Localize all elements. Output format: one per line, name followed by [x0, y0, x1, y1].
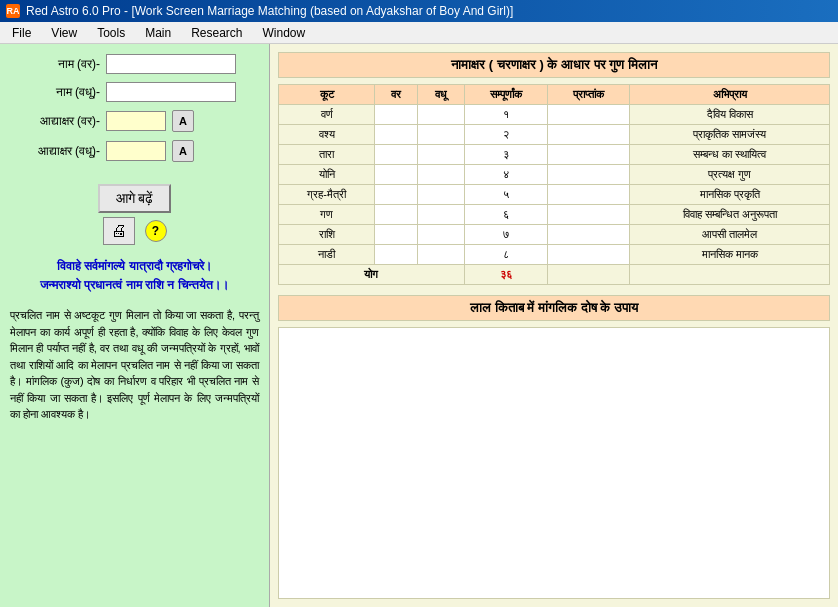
- menu-tools[interactable]: Tools: [89, 24, 133, 42]
- title-bar: RA Red Astro 6.0 Pro - [Work Screen Marr…: [0, 0, 838, 22]
- menu-bar: File View Tools Main Research Window: [0, 22, 838, 44]
- cell-vadhu: [418, 225, 465, 245]
- menu-file[interactable]: File: [4, 24, 39, 42]
- cell-vadhu: [418, 145, 465, 165]
- cell-abhipray: सम्बन्ध का स्थायित्व: [630, 145, 830, 165]
- cell-var: [375, 245, 418, 265]
- cell-vadhu: [418, 245, 465, 265]
- col-koot: कूट: [279, 85, 375, 105]
- cell-sampurnak: ६: [464, 205, 548, 225]
- cell-abhipray: प्रत्यक्ष गुण: [630, 165, 830, 185]
- cell-var: [375, 205, 418, 225]
- title-text: Red Astro 6.0 Pro - [Work Screen Marriag…: [26, 4, 513, 18]
- cell-sampurnak: ५: [464, 185, 548, 205]
- cell-praptank: [548, 105, 630, 125]
- cell-sampurnak: २: [464, 125, 548, 145]
- cell-var: [375, 145, 418, 165]
- cell-sampurnak: ४: [464, 165, 548, 185]
- adyakshar-vadhu-input[interactable]: [106, 141, 166, 161]
- cell-koot: वश्य: [279, 125, 375, 145]
- table-row: वश्य २ प्राकृतिक सामजंस्य: [279, 125, 830, 145]
- col-praptank: प्राप्तांक: [548, 85, 630, 105]
- menu-view[interactable]: View: [43, 24, 85, 42]
- main-title: नामाक्षर ( चरणाक्षर ) के आधार पर गुण मिल…: [278, 52, 830, 78]
- cell-praptank: [548, 125, 630, 145]
- menu-research[interactable]: Research: [183, 24, 250, 42]
- adyakshar-var-label: आद्याक्षर (वर)-: [10, 114, 100, 128]
- total-value: ३६: [464, 265, 548, 285]
- verse-block: विवाहे सर्वमांगल्ये यात्रादौ ग्रहगोचरे। …: [10, 257, 259, 295]
- total-blank: [548, 265, 630, 285]
- cell-var: [375, 105, 418, 125]
- name-var-input[interactable]: [106, 54, 236, 74]
- cell-koot: ग्रह-मैत्री: [279, 185, 375, 205]
- cell-var: [375, 225, 418, 245]
- total-row: योग ३६: [279, 265, 830, 285]
- lalkitab-content-area: [278, 327, 830, 599]
- menu-main[interactable]: Main: [137, 24, 179, 42]
- name-var-row: नाम (वर)-: [10, 54, 259, 74]
- menu-window[interactable]: Window: [255, 24, 314, 42]
- cell-abhipray: मानसिक प्रकृति: [630, 185, 830, 205]
- adyakshar-var-row: आद्याक्षर (वर)- A: [10, 110, 259, 132]
- total-label: योग: [279, 265, 465, 285]
- adyakshar-vadhu-row: आद्याक्षर (वधू)- A: [10, 140, 259, 162]
- table-row: गण ६ विवाह सम्बन्धित अनुरूपता: [279, 205, 830, 225]
- col-sampurnak: सम्पूर्णांक: [464, 85, 548, 105]
- cell-praptank: [548, 145, 630, 165]
- help-icon[interactable]: ?: [145, 220, 167, 242]
- name-vadhu-input[interactable]: [106, 82, 236, 102]
- guna-table: कूट वर वधू सम्पूर्णांक प्राप्तांक अभिप्र…: [278, 84, 830, 285]
- right-panel: नामाक्षर ( चरणाक्षर ) के आधार पर गुण मिल…: [270, 44, 838, 607]
- table-row: योनि ४ प्रत्यक्ष गुण: [279, 165, 830, 185]
- adyakshar-var-input[interactable]: [106, 111, 166, 131]
- cell-abhipray: प्राकृतिक सामजंस्य: [630, 125, 830, 145]
- cell-sampurnak: ७: [464, 225, 548, 245]
- lalkitab-title: लाल किताब में मांगलिक दोष के उपाय: [278, 295, 830, 321]
- cell-sampurnak: १: [464, 105, 548, 125]
- left-panel: नाम (वर)- नाम (वधू)- आद्याक्षर (वर)- A आ…: [0, 44, 270, 607]
- cell-koot: योनि: [279, 165, 375, 185]
- cell-var: [375, 185, 418, 205]
- cell-sampurnak: ८: [464, 245, 548, 265]
- print-icon[interactable]: 🖨: [103, 217, 135, 245]
- total-blank2: [630, 265, 830, 285]
- cell-abhipray: दैविय विकास: [630, 105, 830, 125]
- adyakshar-vadhu-btn[interactable]: A: [172, 140, 194, 162]
- name-vadhu-row: नाम (वधू)-: [10, 82, 259, 102]
- cell-praptank: [548, 225, 630, 245]
- cell-praptank: [548, 205, 630, 225]
- table-row: राशि ७ आपसी तालमेल: [279, 225, 830, 245]
- cell-vadhu: [418, 205, 465, 225]
- adyakshar-vadhu-label: आद्याक्षर (वधू)-: [10, 144, 100, 158]
- table-row: वर्ण १ दैविय विकास: [279, 105, 830, 125]
- col-var: वर: [375, 85, 418, 105]
- app-icon: RA: [6, 4, 20, 18]
- cell-abhipray: आपसी तालमेल: [630, 225, 830, 245]
- table-row: ग्रह-मैत्री ५ मानसिक प्रकृति: [279, 185, 830, 205]
- cell-abhipray: विवाह सम्बन्धित अनुरूपता: [630, 205, 830, 225]
- description-text: प्रचलित नाम से अष्टकूट गुण मिलान तो किया…: [10, 307, 259, 423]
- cell-abhipray: मानसिक मानक: [630, 245, 830, 265]
- cell-praptank: [548, 165, 630, 185]
- name-vadhu-label: नाम (वधू)-: [10, 85, 100, 99]
- name-var-label: नाम (वर)-: [10, 57, 100, 71]
- cell-koot: वर्ण: [279, 105, 375, 125]
- main-content: नाम (वर)- नाम (वधू)- आद्याक्षर (वर)- A आ…: [0, 44, 838, 607]
- cell-var: [375, 165, 418, 185]
- adyakshar-var-btn[interactable]: A: [172, 110, 194, 132]
- col-vadhu: वधू: [418, 85, 465, 105]
- cell-sampurnak: ३: [464, 145, 548, 165]
- cell-koot: राशि: [279, 225, 375, 245]
- cell-koot: नाडी: [279, 245, 375, 265]
- col-abhipray: अभिप्राय: [630, 85, 830, 105]
- verse-line1: विवाहे सर्वमांगल्ये यात्रादौ ग्रहगोचरे।: [10, 257, 259, 276]
- cell-vadhu: [418, 105, 465, 125]
- cell-var: [375, 125, 418, 145]
- cell-vadhu: [418, 185, 465, 205]
- cell-koot: गण: [279, 205, 375, 225]
- cell-koot: तारा: [279, 145, 375, 165]
- table-row: तारा ३ सम्बन्ध का स्थायित्व: [279, 145, 830, 165]
- cell-vadhu: [418, 125, 465, 145]
- next-button[interactable]: आगे बढ़ें: [98, 184, 172, 213]
